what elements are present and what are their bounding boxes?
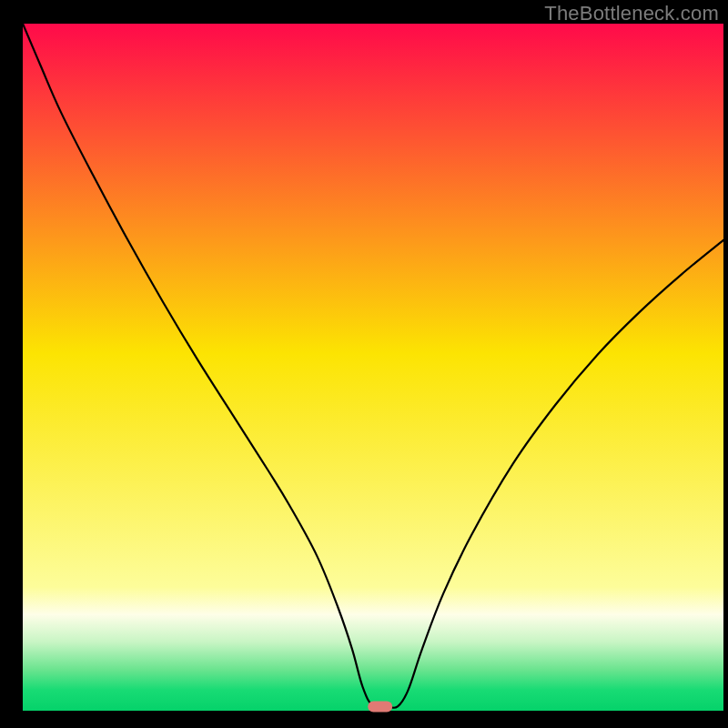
watermark-text: TheBottleneck.com [544,2,719,25]
bottleneck-chart [0,0,728,728]
optimal-pill [368,701,392,712]
chart-container: TheBottleneck.com [0,0,728,728]
plot-background [23,24,723,711]
